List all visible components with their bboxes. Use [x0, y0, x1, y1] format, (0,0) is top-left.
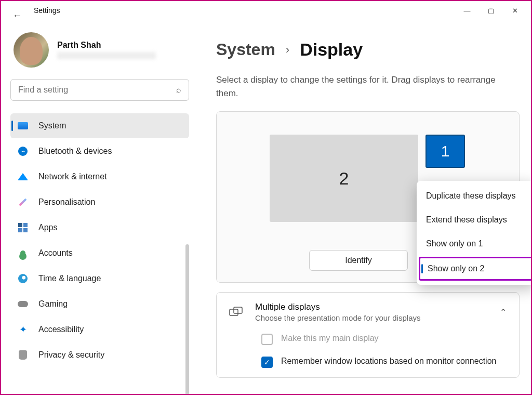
accounts-icon [18, 248, 28, 258]
chevron-up-icon[interactable]: ⌃ [500, 307, 507, 317]
clock-icon [18, 273, 28, 284]
sidebar-item-accounts[interactable]: Accounts [10, 241, 189, 266]
sidebar-item-label: Privacy & security [38, 350, 104, 360]
window-controls: — ▢ ✕ [455, 3, 527, 18]
profile-name: Parth Shah [57, 41, 156, 50]
accessibility-icon: ✦ [18, 324, 28, 335]
back-icon[interactable]: ← [12, 10, 22, 21]
profile-block[interactable]: Parth Shah [14, 32, 189, 68]
sidebar-item-label: Accessibility [38, 325, 84, 334]
dropdown-item-only-1[interactable]: Show only on 1 [417, 232, 531, 256]
card-title: Multiple displays [255, 302, 421, 312]
avatar [14, 32, 49, 68]
sidebar-item-apps[interactable]: Apps [10, 215, 189, 240]
identify-button[interactable]: Identify [309, 250, 408, 271]
monitor-1[interactable]: 1 [425, 135, 465, 168]
sidebar-item-label: Apps [38, 223, 57, 232]
sidebar-item-accessibility[interactable]: ✦ Accessibility [10, 317, 189, 342]
sidebar-item-bluetooth[interactable]: ⌁ Bluetooth & devices [10, 139, 189, 164]
page-subtitle: Select a display to change the settings … [216, 73, 520, 100]
profile-email-redacted [57, 52, 156, 59]
multiple-displays-card[interactable]: Multiple displays Choose the presentatio… [216, 292, 520, 378]
breadcrumb-parent[interactable]: System [216, 40, 275, 59]
sidebar-item-label: Bluetooth & devices [38, 147, 112, 156]
sidebar-item-label: Accounts [38, 248, 73, 258]
maximize-button[interactable]: ▢ [479, 3, 503, 18]
sidebar: Parth Shah ⌕ System ⌁ Bluetooth & device… [1, 20, 198, 394]
sidebar-item-label: Gaming [38, 299, 68, 309]
bluetooth-icon: ⌁ [18, 146, 28, 156]
page-title: Display [300, 40, 363, 60]
remember-locations-label: Remember window locations based on monit… [281, 357, 496, 366]
card-header[interactable]: Multiple displays Choose the presentatio… [229, 302, 507, 322]
shield-icon [18, 350, 28, 360]
nav-list: System ⌁ Bluetooth & devices Network & i… [10, 113, 189, 367]
sidebar-item-privacy[interactable]: Privacy & security [10, 343, 189, 367]
remember-locations-checkbox[interactable]: ✓ [261, 357, 273, 368]
sidebar-item-personalisation[interactable]: Personalisation [10, 190, 189, 215]
titlebar: ← Settings — ▢ ✕ [1, 1, 531, 20]
window-title: Settings [34, 6, 60, 15]
multiple-displays-icon [229, 307, 243, 318]
gaming-icon [18, 299, 28, 309]
scrollbar-thumb[interactable] [185, 244, 189, 395]
monitor-2[interactable]: 2 [270, 135, 418, 222]
chevron-right-icon: › [286, 43, 289, 57]
wifi-icon [18, 172, 28, 182]
dropdown-item-extend[interactable]: Extend these displays [417, 208, 531, 232]
sidebar-item-label: Network & internet [38, 172, 107, 181]
dropdown-item-only-2[interactable]: Show only on 2 [419, 257, 531, 281]
presentation-mode-dropdown: Duplicate these displays Extend these di… [417, 181, 531, 285]
card-subtitle: Choose the presentation mode for your di… [255, 313, 421, 322]
sidebar-item-network[interactable]: Network & internet [10, 164, 189, 189]
search-input[interactable] [18, 85, 176, 95]
search-box[interactable]: ⌕ [10, 79, 189, 101]
apps-icon [18, 222, 28, 233]
sidebar-item-label: Personalisation [38, 198, 95, 207]
minimize-button[interactable]: — [455, 3, 479, 18]
main-content: System › Display Select a display to cha… [198, 20, 531, 394]
main-display-row: Make this my main display [229, 334, 507, 345]
sidebar-item-time[interactable]: Time & language [10, 266, 189, 291]
close-button[interactable]: ✕ [503, 3, 527, 18]
sidebar-item-gaming[interactable]: Gaming [10, 292, 189, 317]
sidebar-item-label: System [38, 121, 66, 130]
personalisation-icon [18, 197, 28, 207]
main-display-checkbox [261, 334, 273, 345]
breadcrumb: System › Display [216, 40, 520, 60]
search-icon: ⌕ [176, 85, 181, 95]
sidebar-item-system[interactable]: System [10, 113, 189, 138]
system-icon [18, 121, 28, 131]
remember-locations-row[interactable]: ✓ Remember window locations based on mon… [229, 357, 507, 368]
dropdown-item-duplicate[interactable]: Duplicate these displays [417, 184, 531, 208]
sidebar-item-label: Time & language [38, 274, 101, 283]
main-display-label: Make this my main display [281, 334, 379, 343]
